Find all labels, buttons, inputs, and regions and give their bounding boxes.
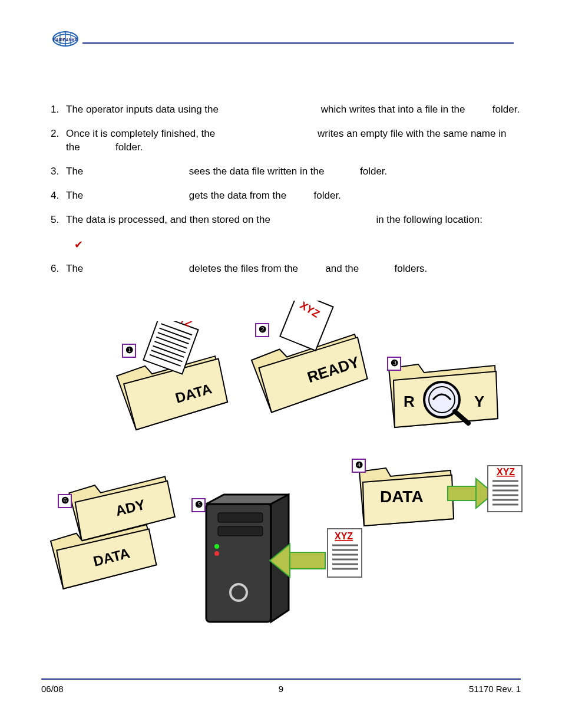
svg-rect-43	[290, 552, 325, 569]
callout-6: ❻	[58, 494, 72, 508]
step-2: 2. Once it is completely finished, the a…	[51, 127, 521, 154]
illustration-ready-folder: READY XYZ	[236, 301, 377, 421]
footer-page: 9	[279, 684, 283, 694]
svg-text:R: R	[404, 393, 415, 410]
svg-text:FAIRBANKS: FAIRBANKS	[54, 38, 78, 42]
footer: 06/08 9 51170 Rev. 1	[41, 684, 521, 694]
steps-list: 1. The operator inputs data using the ap…	[51, 103, 521, 286]
step-1: 1. The operator inputs data using the ap…	[51, 103, 521, 117]
svg-text:XYZ: XYZ	[497, 467, 515, 477]
svg-point-41	[214, 551, 219, 556]
section-title: Steps of the File Interface Process	[41, 68, 234, 82]
callout-2: ❷	[255, 323, 269, 337]
svg-text:DATA: DATA	[380, 487, 424, 506]
svg-text:Y: Y	[474, 393, 484, 410]
footer-doc: 51170 Rev. 1	[469, 684, 521, 694]
arrow-right-icon	[448, 479, 494, 508]
footer-rule	[41, 678, 521, 680]
svg-rect-25	[448, 486, 476, 500]
svg-rect-38	[218, 513, 263, 522]
illustration-server: XYZ	[183, 492, 371, 636]
footer-date: 06/08	[41, 684, 64, 694]
svg-point-40	[214, 544, 219, 549]
illustration-folders-delete: ADY DATA	[47, 466, 183, 592]
illustration-data-export: DATA XYZ	[353, 454, 524, 545]
svg-text:XYZ: XYZ	[335, 531, 353, 541]
check-path-line: ✔ c: \program files\file interface	[74, 238, 521, 252]
step-3: 3. The File Interface Service sees the d…	[51, 165, 521, 179]
callout-1: ❶	[122, 344, 136, 358]
fairbanks-logo: FAIRBANKS	[48, 28, 82, 54]
svg-rect-39	[218, 526, 263, 536]
callout-4: ❹	[352, 459, 366, 473]
callout-5: ❺	[191, 498, 206, 512]
illustration-data-folder-1: DATA XYZ	[106, 321, 236, 442]
step-6: 6. The File Interface Service deletes th…	[51, 262, 521, 276]
callout-3: ❸	[387, 357, 401, 371]
step-4: 4. The File Interface Service gets the d…	[51, 189, 521, 203]
step-5: 5. The data is processed, and then store…	[51, 213, 521, 227]
header-rule	[82, 42, 514, 44]
